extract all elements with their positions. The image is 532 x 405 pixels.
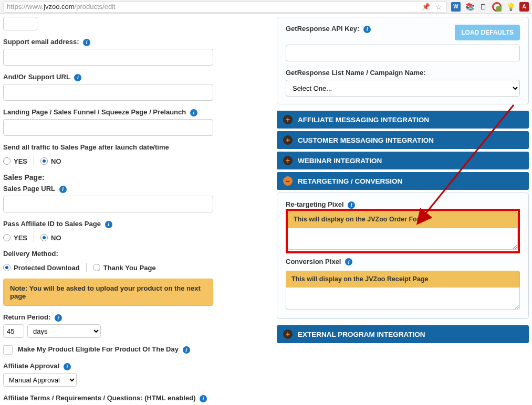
- info-icon[interactable]: i: [363, 26, 371, 33]
- retarget-pixel-label: Re-targeting Pixel: [286, 200, 344, 208]
- support-email-input[interactable]: [3, 49, 213, 66]
- retarget-pixel-textarea[interactable]: [288, 228, 518, 250]
- return-period-label: Return Period:: [3, 313, 50, 321]
- browser-chrome: https://www.jvzoo.com/products/edit 📌 ☆ …: [0, 0, 532, 14]
- info-icon[interactable]: i: [348, 201, 355, 209]
- affiliate-approval-select[interactable]: Manual Approval: [3, 373, 77, 387]
- note-icon[interactable]: 🗒: [478, 2, 488, 12]
- url-text: https://www.jvzoo.com/products/edit: [7, 3, 418, 10]
- gr-list-select[interactable]: Select One...: [286, 80, 520, 97]
- radio-separator: [34, 233, 34, 242]
- expand-icon: +: [283, 135, 293, 145]
- pass-affiliate-label: Pass Affiliate ID to Sales Page: [3, 220, 101, 228]
- delivery-method-radio-group: Protected Download Thank You Page: [3, 263, 213, 272]
- gr-key-input[interactable]: [286, 45, 520, 61]
- affiliate-messaging-section[interactable]: + AFFILIATE MESSAGING INTEGRATION: [277, 111, 529, 129]
- conversion-pixel-textarea[interactable]: [286, 287, 520, 310]
- opera-ext-icon[interactable]: [492, 2, 502, 12]
- books-icon[interactable]: 📚: [465, 2, 474, 12]
- affiliate-terms-label: Affiliate Terms / Requirements / Questio…: [3, 394, 195, 402]
- affiliate-approval-label: Affiliate Approval: [3, 362, 59, 370]
- section-title: CUSTOMER MESSAGING INTEGRATION: [298, 136, 434, 144]
- send-traffic-radio-group: YES NO: [3, 156, 213, 166]
- section-title: AFFILIATE MESSAGING INTEGRATION: [298, 116, 429, 124]
- info-icon[interactable]: i: [105, 221, 112, 228]
- info-icon[interactable]: i: [59, 186, 67, 193]
- top-small-field[interactable]: [3, 17, 37, 30]
- gr-key-label: GetResponse API Key:: [286, 25, 359, 33]
- pin-icon[interactable]: 📌: [421, 2, 431, 12]
- highlight-annotation: This will display on the JVZoo Order For…: [286, 209, 520, 253]
- support-email-label: Support email address:: [3, 38, 79, 46]
- landing-page-label: Landing Page / Sales Funnel / Squeeze Pa…: [3, 108, 186, 116]
- extension-icons: W 📚 🗒 💡 A: [451, 2, 529, 12]
- address-bar[interactable]: https://www.jvzoo.com/products/edit 📌 ☆: [3, 1, 447, 13]
- info-icon[interactable]: i: [345, 258, 352, 265]
- expand-icon: +: [283, 329, 293, 339]
- thank-you-radio[interactable]: Thank You Page: [93, 264, 156, 272]
- yes-label: YES: [14, 234, 27, 242]
- retargeting-section[interactable]: – RETARGETING / CONVERSION: [277, 172, 529, 190]
- section-title: RETARGETING / CONVERSION: [298, 177, 402, 185]
- support-url-input[interactable]: [3, 84, 213, 101]
- load-defaults-button[interactable]: LOAD DEFAULTS: [455, 25, 520, 40]
- sales-page-heading: Sales Page:: [3, 173, 213, 182]
- send-traffic-yes-radio[interactable]: YES: [3, 157, 27, 165]
- conversion-pixel-note: This will display on the JVZoo Receipt P…: [286, 271, 520, 287]
- left-column: Support email address: i And/Or Support …: [3, 17, 213, 405]
- eligible-checkbox[interactable]: [3, 345, 13, 355]
- no-label: NO: [51, 157, 61, 165]
- delivery-method-label: Delivery Method:: [3, 250, 58, 258]
- yes-label: YES: [14, 157, 27, 165]
- support-url-label: And/Or Support URL: [3, 73, 70, 81]
- info-icon[interactable]: i: [183, 346, 190, 354]
- collapse-icon: –: [283, 176, 293, 186]
- pass-affiliate-yes-radio[interactable]: YES: [3, 234, 27, 242]
- eligible-label: Make My Product Eligible For Product Of …: [18, 345, 179, 353]
- no-label: NO: [51, 234, 61, 242]
- upload-note: Note: You will be asked to upload your p…: [3, 279, 213, 306]
- pass-affiliate-no-radio[interactable]: NO: [40, 234, 61, 242]
- bookmark-star-icon[interactable]: ☆: [434, 2, 443, 12]
- gr-list-label: GetResponse List Name / Campaign Name:: [286, 69, 520, 77]
- external-program-section[interactable]: + EXTERNAL PROGRAM INTEGRATION: [277, 325, 529, 343]
- return-period-unit-select[interactable]: days: [27, 324, 101, 338]
- bulb-icon[interactable]: 💡: [506, 2, 515, 12]
- retarget-pixel-note: This will display on the JVZoo Order For…: [288, 211, 518, 228]
- expand-icon: +: [283, 115, 293, 124]
- send-traffic-label: Send all traffic to Sales Page after lau…: [3, 143, 169, 151]
- return-period-value[interactable]: [3, 324, 24, 338]
- sales-url-input[interactable]: [3, 196, 213, 212]
- conversion-pixel-label: Conversion Pixel: [286, 258, 341, 265]
- thank-you-label: Thank You Page: [103, 264, 156, 272]
- send-traffic-no-radio[interactable]: NO: [40, 157, 61, 165]
- info-icon[interactable]: i: [200, 395, 207, 402]
- landing-page-input[interactable]: [3, 119, 213, 136]
- info-icon[interactable]: i: [74, 74, 81, 81]
- info-icon[interactable]: i: [64, 363, 71, 370]
- radio-separator: [34, 156, 34, 166]
- right-column: GetResponse API Key: i LOAD DEFAULTS Get…: [277, 17, 529, 405]
- info-icon[interactable]: i: [55, 314, 62, 322]
- extension-w-icon[interactable]: W: [451, 2, 461, 12]
- pdf-icon[interactable]: A: [519, 2, 529, 12]
- retargeting-panel: Re-targeting Pixel i This will display o…: [277, 193, 529, 319]
- protected-download-radio[interactable]: Protected Download: [3, 264, 80, 272]
- sales-url-label: Sales Page URL: [3, 185, 55, 193]
- expand-icon: +: [283, 156, 293, 165]
- getresponse-panel: GetResponse API Key: i LOAD DEFAULTS Get…: [277, 17, 529, 104]
- info-icon[interactable]: i: [190, 109, 197, 116]
- section-title: WEBINAR INTEGRATION: [298, 157, 382, 165]
- info-icon[interactable]: i: [83, 39, 90, 46]
- protected-label: Protected Download: [14, 264, 80, 272]
- section-title: EXTERNAL PROGRAM INTEGRATION: [298, 331, 425, 338]
- webinar-section[interactable]: + WEBINAR INTEGRATION: [277, 152, 529, 169]
- radio-separator: [86, 263, 87, 272]
- pass-affiliate-radio-group: YES NO: [3, 233, 213, 242]
- customer-messaging-section[interactable]: + CUSTOMER MESSAGING INTEGRATION: [277, 131, 529, 149]
